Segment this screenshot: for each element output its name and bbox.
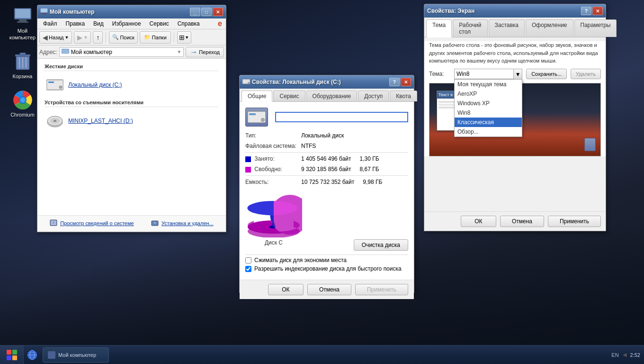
drive-c-icon <box>46 78 63 92</box>
svg-point-23 <box>59 86 62 89</box>
screen-props-titlebar[interactable]: Свойства: Экран ? ✕ <box>424 4 606 18</box>
menu-favorites[interactable]: Избранное <box>108 19 145 28</box>
search-button[interactable]: 🔍 Поиск <box>109 31 137 44</box>
disk-apply-button[interactable]: Применить <box>355 284 408 295</box>
preview-recycle-icon <box>584 138 596 151</box>
disk-cancel-button[interactable]: Отмена <box>307 284 351 295</box>
compress-checkbox[interactable] <box>245 257 251 264</box>
used-gb: 1,30 ГБ <box>360 155 379 162</box>
toolbar-sep-1 <box>106 33 106 42</box>
taskbar-item-icon <box>48 351 55 359</box>
theme-delete-button[interactable]: Удалить <box>571 69 601 79</box>
address-input[interactable]: Мой компьютер ▼ <box>59 47 184 57</box>
svg-rect-46 <box>12 355 17 360</box>
tab-general[interactable]: Общие <box>242 91 272 102</box>
disk-chart-label: Диск C <box>245 239 302 246</box>
theme-option-browse[interactable]: Обзор... <box>455 127 522 136</box>
tab-parameters[interactable]: Параметры <box>574 19 617 37</box>
tab-access[interactable]: Доступ <box>358 91 389 101</box>
drive-c-item[interactable]: Локальный диск (C:) <box>45 75 219 95</box>
menu-view[interactable]: Вид <box>89 19 107 28</box>
screen-props-footer: ОК Отмена Применить <box>424 211 606 231</box>
index-label: Разрешить индексирование диска для быстр… <box>254 265 402 272</box>
taskbar-tray: EN ◀ 2:52 <box>608 352 644 358</box>
my-computer-titlebar[interactable]: Мой компьютер _ □ ✕ <box>37 5 226 18</box>
drive-d-label: MINIXP_LAST_AHCI (D:) <box>68 118 133 124</box>
taskbar: Мой компьютер EN ◀ 2:52 <box>0 345 644 364</box>
back-button[interactable]: ◀ Назад ▼ <box>39 31 72 44</box>
tab-quota[interactable]: Квота <box>390 91 417 101</box>
forward-button[interactable]: ▶ ▼ <box>74 31 91 44</box>
clean-disk-button[interactable]: Очистка диска <box>354 239 408 251</box>
add-remove-link[interactable]: + Установка и удален... <box>151 219 214 227</box>
tab-service[interactable]: Сервис <box>273 91 305 101</box>
tab-screensaver[interactable]: Заставка <box>489 19 525 37</box>
drive-c-label: Локальный диск (C:) <box>68 82 122 88</box>
disk-tabs-bar: Общие Сервис Оборудование Доступ Квота <box>240 89 414 102</box>
desktop-icon-chromium[interactable]: Chromium <box>5 89 40 120</box>
screen-close-button[interactable]: ✕ <box>592 7 603 15</box>
menu-help[interactable]: Справка <box>174 19 204 28</box>
theme-selected-value: Win8 <box>456 71 469 77</box>
address-label: Адрес: <box>39 49 57 55</box>
screen-cancel-button[interactable]: Отмена <box>500 216 544 227</box>
taskbar-items: Мой компьютер <box>41 347 608 363</box>
tab-appearance[interactable]: Оформление <box>526 19 573 37</box>
theme-option-aeroxp[interactable]: AeroXP <box>455 89 522 99</box>
theme-option-winxp[interactable]: Windows XP <box>455 99 522 108</box>
minimize-button[interactable]: _ <box>190 8 200 16</box>
used-row: Занято: 1 405 546 496 байт 1,30 ГБ <box>245 155 408 163</box>
fs-value: NTFS <box>301 143 316 149</box>
disk-close-button[interactable]: ✕ <box>401 78 411 86</box>
used-bytes: 1 405 546 496 байт <box>301 155 351 162</box>
tab-desktop[interactable]: Рабочий стол <box>453 19 487 37</box>
close-button[interactable]: ✕ <box>213 8 223 16</box>
screen-help-button[interactable]: ? <box>581 7 591 15</box>
type-row: Тип: Локальный диск <box>245 131 408 140</box>
address-bar: Адрес: Мой компьютер ▼ → Переход <box>37 46 226 59</box>
maximize-button[interactable]: □ <box>201 8 212 16</box>
disk-ok-button[interactable]: ОК <box>268 284 304 295</box>
menu-service[interactable]: Сервис <box>146 19 173 28</box>
svg-rect-38 <box>249 113 256 115</box>
go-button[interactable]: → Переход <box>186 47 224 57</box>
disk-name-input[interactable] <box>275 112 408 122</box>
type-label: Тип: <box>245 132 297 139</box>
index-checkbox[interactable] <box>245 266 251 272</box>
taskbar-browser-icon[interactable] <box>25 347 40 363</box>
view-button[interactable]: ⊞ ▼ <box>177 31 191 44</box>
screen-ok-button[interactable]: ОК <box>461 216 496 227</box>
theme-select-display[interactable]: Win8 ▼ <box>454 69 522 79</box>
my-computer-taskbar-item[interactable]: Мой компьютер <box>43 347 109 363</box>
theme-save-button[interactable]: Сохранить... <box>526 69 567 79</box>
chromium-icon <box>13 91 32 109</box>
index-checkbox-row: Разрешить индексирование диска для быстр… <box>245 265 408 272</box>
svg-rect-45 <box>7 355 11 360</box>
theme-option-win8[interactable]: Win8 <box>455 108 522 118</box>
my-computer-toolbar: ◀ Назад ▼ ▶ ▼ ↑ 🔍 Поиск 📁 Папки ⊞ <box>37 29 226 46</box>
desktop-icon-my-computer[interactable]: Мой компьютер <box>5 5 40 43</box>
desktop-icon-recycle-bin[interactable]: Корзина <box>5 50 40 82</box>
my-computer-footer: i Просмотр сведений о системе + Установк… <box>37 215 226 231</box>
disk-props-titlebar[interactable]: Свойства: Локальный диск (C:) ? ✕ <box>240 75 414 89</box>
up-button[interactable]: ↑ <box>93 31 103 44</box>
disk-help-button[interactable]: ? <box>389 78 400 86</box>
folders-button[interactable]: 📁 Папки <box>140 31 171 44</box>
theme-option-classic[interactable]: Классическая <box>455 118 522 127</box>
tab-theme[interactable]: Тема <box>426 19 452 37</box>
free-color-square <box>245 167 251 173</box>
menu-edit[interactable]: Правка <box>62 19 89 28</box>
free-label: Свободно: <box>245 166 297 173</box>
capacity-bytes: 10 725 732 352 байт <box>301 179 354 185</box>
system-info-link[interactable]: i Просмотр сведений о системе <box>50 219 134 227</box>
screen-apply-button[interactable]: Применить <box>548 216 601 227</box>
start-button[interactable] <box>0 346 24 364</box>
theme-dropdown-arrow[interactable]: ▼ <box>513 69 522 80</box>
screen-properties-window: Свойства: Экран ? ✕ Тема Рабочий стол За… <box>424 4 606 231</box>
theme-option-my-theme[interactable]: Моя текущая тема <box>455 80 522 89</box>
tab-hardware[interactable]: Оборудование <box>306 91 358 101</box>
disk-big-icon <box>245 108 268 127</box>
menu-file[interactable]: Файл <box>39 19 61 28</box>
svg-rect-1 <box>15 9 30 18</box>
drive-d-item[interactable]: MINIXP_LAST_AHCI (D:) <box>45 111 219 131</box>
